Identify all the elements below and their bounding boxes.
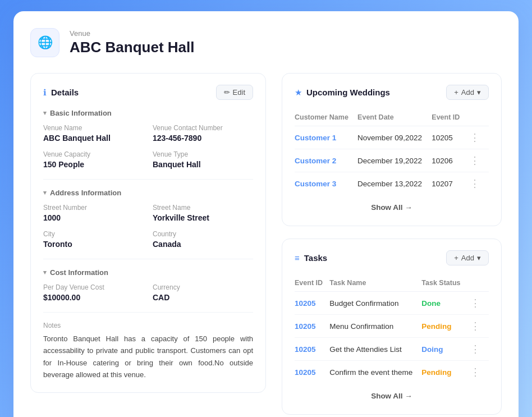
task-more-btn-3[interactable]: ⋮ [468, 367, 483, 377]
star-icon: ★ [295, 88, 302, 98]
globe-icon: 🌐 [38, 35, 53, 50]
weddings-add-label: Add [461, 88, 474, 97]
tasks-add-label: Add [461, 254, 474, 262]
wedding-more-btn-1[interactable]: ⋮ [467, 155, 482, 166]
wedding-customer-link-2[interactable]: Customer 3 [295, 180, 336, 188]
pencil-icon: ✏ [224, 88, 230, 97]
col-task-actions [468, 274, 489, 292]
tasks-title-group: ≡ Tasks [295, 253, 327, 263]
plus-icon-weddings: + [454, 88, 458, 97]
task-row: 10205 Budget Confirmation Done ⋮ [295, 292, 489, 315]
col-task-event-id: Event ID [295, 274, 329, 292]
wedding-customer-1: Customer 2 [295, 149, 357, 172]
notes-section: Notes Toronto Banquet Hall has a capacit… [43, 322, 253, 381]
wedding-row: Customer 2 December 19,2022 10206 ⋮ [295, 149, 489, 172]
task-eventid-link-3[interactable]: 10205 [295, 368, 316, 377]
col-event-id: Event ID [432, 109, 467, 126]
tasks-show-all-link[interactable]: Show All → [371, 392, 412, 400]
wedding-eventid-0: 10205 [432, 126, 467, 149]
field-label-cost: Per Day Venue Cost [43, 283, 144, 291]
field-value-contact: 123-456-7890 [153, 134, 253, 143]
basic-info-section: ▾ Basic Information Venue Name ABC Banqu… [43, 109, 253, 169]
wedding-more-1: ⋮ [467, 149, 489, 172]
weddings-table-body: Customer 1 November 09,2022 10205 ⋮ Cust… [295, 126, 489, 195]
info-icon: ℹ [43, 88, 47, 98]
task-eventid-link-2[interactable]: 10205 [295, 345, 316, 354]
col-actions [467, 109, 489, 126]
task-eventid-link-0[interactable]: 10205 [295, 299, 316, 308]
venue-title: ABC Banquet Hall [70, 39, 194, 56]
weddings-title: Upcoming Weddings [306, 88, 390, 97]
list-icon: ≡ [295, 253, 300, 263]
task-more-btn-0[interactable]: ⋮ [468, 298, 483, 308]
weddings-table-header: Customer Name Event Date Event ID [295, 109, 489, 126]
details-title: Details [51, 88, 79, 97]
address-label: Address Information [50, 189, 121, 197]
col-task-name: Task Name [329, 274, 421, 292]
col-customer-name: Customer Name [295, 109, 357, 126]
wedding-customer-link-0[interactable]: Customer 1 [295, 134, 336, 142]
field-value-city: Toronto [43, 240, 144, 249]
wedding-customer-2: Customer 3 [295, 172, 357, 195]
field-label-type: Venue Type [153, 150, 253, 158]
field-value-capacity: 150 People [43, 160, 144, 169]
task-more-btn-1[interactable]: ⋮ [468, 321, 483, 331]
field-value-currency: CAD [153, 293, 253, 302]
wedding-more-btn-2[interactable]: ⋮ [467, 178, 482, 189]
task-status-0: Done [421, 292, 467, 315]
cost-toggle[interactable]: ▾ Cost Information [43, 268, 253, 277]
basic-info-label: Basic Information [50, 109, 112, 117]
task-eventid-link-1[interactable]: 10205 [295, 322, 316, 331]
field-cost: Per Day Venue Cost $10000.00 [43, 283, 144, 302]
wedding-date-1: December 19,2022 [357, 149, 432, 172]
wedding-more-0: ⋮ [467, 126, 489, 149]
task-status-badge-0: Done [421, 299, 441, 308]
plus-icon-tasks: + [454, 254, 458, 262]
task-more-0: ⋮ [468, 292, 489, 315]
weddings-show-all-link[interactable]: Show All → [371, 203, 412, 212]
field-type: Venue Type Banquet Hall [153, 150, 253, 169]
wedding-eventid-2: 10207 [432, 172, 467, 195]
wedding-more-btn-0[interactable]: ⋮ [467, 132, 482, 143]
address-toggle[interactable]: ▾ Address Information [43, 189, 253, 197]
right-panel: ★ Upcoming Weddings + Add ▾ Customer Nam… [282, 73, 502, 415]
col-task-status: Task Status [421, 274, 467, 292]
weddings-card: ★ Upcoming Weddings + Add ▾ Customer Nam… [282, 73, 502, 226]
task-more-btn-2[interactable]: ⋮ [468, 344, 483, 354]
field-value-street-name: Yorkville Street [153, 213, 253, 222]
task-status-3: Pending [421, 361, 467, 384]
tasks-header: ≡ Tasks + Add ▾ [295, 250, 489, 265]
wedding-customer-link-1[interactable]: Customer 2 [295, 157, 336, 165]
wedding-date-2: December 13,2022 [357, 172, 432, 195]
task-status-badge-1: Pending [421, 322, 451, 331]
wedding-row: Customer 3 December 13,2022 10207 ⋮ [295, 172, 489, 195]
divider-3 [43, 312, 253, 313]
task-status-badge-2: Doing [421, 345, 443, 354]
wedding-more-2: ⋮ [467, 172, 489, 195]
chevron-icon-cost: ▾ [43, 269, 47, 276]
wedding-eventid-1: 10206 [432, 149, 467, 172]
task-eventid-2: 10205 [295, 338, 329, 361]
field-country: Country Canada [153, 230, 253, 249]
task-status-badge-3: Pending [421, 368, 451, 377]
field-label-currency: Currency [153, 283, 253, 291]
edit-label: Edit [233, 88, 245, 97]
task-eventid-0: 10205 [295, 292, 329, 315]
notes-text: Toronto Banquet Hall has a capacity of 1… [43, 333, 253, 381]
tasks-show-all-row: Show All → [295, 383, 489, 403]
weddings-show-all-row: Show All → [295, 195, 489, 214]
task-more-2: ⋮ [468, 338, 489, 361]
edit-button[interactable]: ✏ Edit [216, 85, 253, 100]
cost-fields: Per Day Venue Cost $10000.00 Currency CA… [43, 283, 253, 302]
tasks-table: Event ID Task Name Task Status 10205 Bud… [295, 274, 489, 383]
task-more-3: ⋮ [468, 361, 489, 384]
basic-info-fields: Venue Name ABC Banquet Hall Venue Contac… [43, 124, 253, 169]
task-name-1: Menu Confirmation [329, 315, 421, 338]
venue-info: Venue ABC Banquet Hall [70, 29, 194, 56]
basic-info-toggle[interactable]: ▾ Basic Information [43, 109, 253, 117]
weddings-add-button[interactable]: + Add ▾ [446, 85, 489, 100]
field-value-country: Canada [153, 240, 253, 249]
venue-subtitle: Venue [70, 29, 194, 38]
tasks-add-button[interactable]: + Add ▾ [446, 250, 489, 265]
field-label-street-num: Street Number [43, 204, 144, 212]
